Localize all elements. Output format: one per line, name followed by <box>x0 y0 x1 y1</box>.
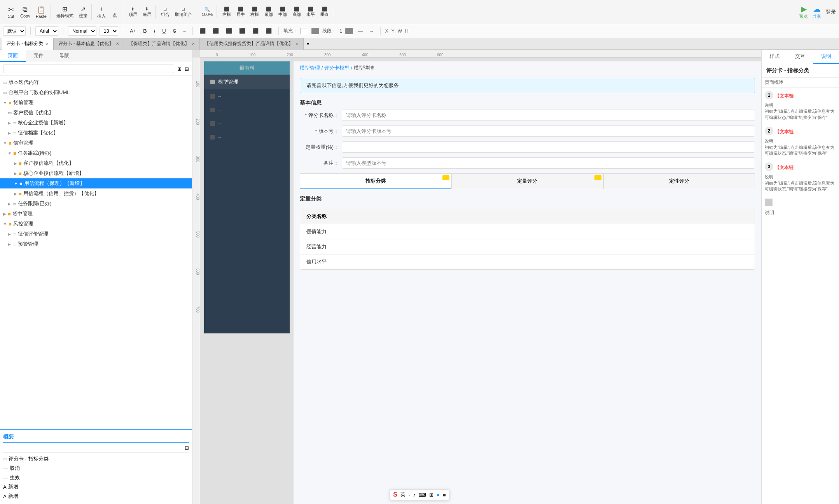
tree-item-0[interactable]: ▭ 版本迭代内容 <box>0 77 192 87</box>
paste-button[interactable]: 📋 Paste <box>33 4 49 20</box>
point-button[interactable]: · 点 <box>109 4 121 20</box>
tree-item-risk[interactable]: ▼ ■ 风控管理 <box>0 219 192 229</box>
tree-item-credit-file[interactable]: ▶ ▭ 征信档案【优化】 <box>0 128 192 138</box>
input-remark[interactable] <box>342 157 755 169</box>
copy-button[interactable]: ⧉ Copy <box>18 4 33 20</box>
zoom-control[interactable]: 🔍 100% <box>199 5 215 18</box>
align-right-text-button[interactable]: ⬛ <box>224 27 234 35</box>
fill-color-box[interactable] <box>301 28 308 34</box>
tree-item-1[interactable]: ▭ 金融平台与数仓的协同UML <box>0 87 192 98</box>
tree-item-task-done[interactable]: ▶ ▭ 任务跟踪(已办) <box>0 199 192 209</box>
input-weight[interactable] <box>342 141 755 153</box>
overview-item-cancel[interactable]: — 取消 <box>3 464 189 473</box>
right-tab-description[interactable]: 说明 <box>813 50 839 64</box>
right-tab-interact[interactable]: 交互 <box>787 50 813 64</box>
bullet-button[interactable]: ≡ <box>181 27 188 35</box>
left-tab-component[interactable]: 元件 <box>26 50 51 62</box>
tab-2[interactable]: 【保理类】产品详情【优化】 ✕ <box>124 38 200 50</box>
design-nav-item-3[interactable]: -- <box>204 117 290 130</box>
align-center-h-button[interactable]: ⬛ 居中 <box>234 5 247 19</box>
preview-button[interactable]: ▶ 预览 <box>799 4 808 19</box>
tab-btn-qualitative[interactable]: 定性评分 <box>603 173 755 189</box>
table-row-operation[interactable]: 经营能力 <box>300 239 755 255</box>
distribute-h-button[interactable]: ⬛ 水平 <box>304 5 317 19</box>
tab-0-close[interactable]: ✕ <box>45 42 49 46</box>
tree-item-credit-flow-factoring[interactable]: ▼ ■ 用信流程（保理）【新增】 <box>0 178 192 188</box>
tab-3[interactable]: 【信用类或担保提货类】产品详情【优化】 ✕ <box>200 38 304 50</box>
align-bottom-button[interactable]: ⬛ 底部 <box>290 5 303 19</box>
tree-item-task-pending[interactable]: ▼ ■ 任务跟踪(待办) <box>0 148 192 158</box>
tree-item-credit-flow-control[interactable]: ▶ ■ 用信流程（信用、控货）【优化】 <box>0 188 192 199</box>
align-center-text-button[interactable]: ⬛ <box>211 27 221 35</box>
ime-option-blue[interactable]: ● <box>437 492 440 498</box>
table-row-credit[interactable]: 信用水平 <box>300 255 755 269</box>
page-search-input[interactable] <box>3 65 174 73</box>
tab-1[interactable]: 评分卡 - 基本信息【优化】 ✕ <box>54 38 124 50</box>
share-button[interactable]: ☁ 共享 <box>813 4 821 19</box>
tree-item-customer-credit[interactable]: ▭ 客户授信【优化】 <box>0 108 192 118</box>
tree-item-credit-eval[interactable]: ▶ ▭ 征信评价管理 <box>0 229 192 239</box>
overview-item-add1[interactable]: A 新增 <box>3 482 189 492</box>
login-button[interactable]: 登录 <box>826 9 836 16</box>
ime-option-keyboard[interactable]: ⌨ <box>419 492 426 498</box>
ungroup-button[interactable]: ⊟ 取消组合 <box>173 5 194 19</box>
tree-item-core-flow[interactable]: ▶ ■ 核心企业授信流程【新增】 <box>0 168 192 178</box>
bottom-layer-button[interactable]: ⬇ 底层 <box>140 5 154 19</box>
cut-button[interactable]: ✂ Cut <box>5 4 17 20</box>
table-row-debt[interactable]: 偿债能力 <box>300 224 755 239</box>
strikethrough-button[interactable]: S̶ <box>171 27 178 35</box>
stroke-color-box[interactable] <box>345 28 353 34</box>
select-mode-button[interactable]: ⊞ 选择模式 <box>54 4 76 20</box>
ime-option-dot[interactable]: · <box>409 492 410 498</box>
distribute-v-button[interactable]: ⬛ 垂直 <box>318 5 331 19</box>
overview-root-item[interactable]: ▭ 评分卡 - 指标分类 <box>3 454 189 464</box>
input-version[interactable] <box>342 126 755 137</box>
font-size-select[interactable]: 13 <box>100 26 118 36</box>
indent-button[interactable]: ⬛ <box>250 27 260 35</box>
tab-0[interactable]: 评分卡 - 指标分类 ✕ <box>2 38 54 50</box>
overview-filter-icon[interactable]: ⊟ <box>185 445 189 451</box>
tab-btn-quantitative[interactable]: 定量评分 ⚡ <box>451 173 603 189</box>
group-button[interactable]: ⊞ 组合 <box>159 5 172 19</box>
tree-item-loan-mid[interactable]: ▶ ■ 贷中管理 <box>0 209 192 219</box>
right-tab-style[interactable]: 样式 <box>762 50 787 64</box>
underline-button[interactable]: U <box>160 27 168 35</box>
design-nav-item-0[interactable]: 模型管理 <box>204 75 290 89</box>
font-size-increase-button[interactable]: A+ <box>128 27 138 35</box>
connect-button[interactable]: ↗ 连接 <box>77 4 90 20</box>
align-top-button[interactable]: ⬛ 顶部 <box>262 5 275 19</box>
font-family-select[interactable]: Arial <box>35 26 58 36</box>
tab-more-button[interactable]: ▾ <box>304 41 313 47</box>
overview-item-activate[interactable]: — 生效 <box>3 473 189 482</box>
insert-button[interactable]: ＋ 插入 <box>95 3 108 21</box>
font-style-select[interactable]: Normal <box>68 26 96 36</box>
align-left-button[interactable]: ⬛ 左框 <box>220 5 233 19</box>
design-nav-item-2[interactable]: -- <box>204 103 290 117</box>
collapse-all-icon[interactable]: ⊟ <box>185 66 189 72</box>
ime-option-grid[interactable]: ⊞ <box>429 492 433 498</box>
align-center-v-button[interactable]: ⬛ 中部 <box>276 5 289 19</box>
italic-button[interactable]: I <box>152 27 157 35</box>
left-tab-master[interactable]: 母版 <box>51 50 77 62</box>
design-nav-item-1[interactable]: -- <box>204 89 290 103</box>
input-card-name[interactable] <box>342 110 755 121</box>
align-right-button[interactable]: ⬛ 右框 <box>248 5 261 19</box>
fill-color-box2[interactable] <box>311 28 319 34</box>
tree-item-loan-front[interactable]: ▼ ■ 贷前管理 <box>0 98 192 108</box>
tree-item-warning[interactable]: ▶ ▭ 预警管理 <box>0 239 192 249</box>
left-tab-page[interactable]: 页面 <box>0 50 26 62</box>
stroke-style-btn2[interactable]: -- <box>368 27 376 35</box>
bold-button[interactable]: B <box>141 27 149 35</box>
outdent-button[interactable]: ⬛ <box>264 27 274 35</box>
ime-option-dark[interactable]: ■ <box>443 492 446 498</box>
overview-search-input[interactable] <box>3 445 185 451</box>
overview-item-add2[interactable]: A 新增 <box>3 492 189 501</box>
align-justify-text-button[interactable]: ⬛ <box>237 27 247 35</box>
tab-1-close[interactable]: ✕ <box>116 42 119 46</box>
tree-item-core-credit[interactable]: ▶ ▭ 核心企业授信【新增】 <box>0 118 192 128</box>
tree-item-credit-review[interactable]: ▼ ■ 信审管理 <box>0 138 192 148</box>
tree-item-customer-flow[interactable]: ▶ ■ 客户授信流程【优化】 <box>0 158 192 168</box>
ime-option-en[interactable]: 英 <box>400 491 406 498</box>
font-default-select[interactable]: 默认 <box>3 26 26 36</box>
design-nav-item-4[interactable]: -- <box>204 130 290 144</box>
